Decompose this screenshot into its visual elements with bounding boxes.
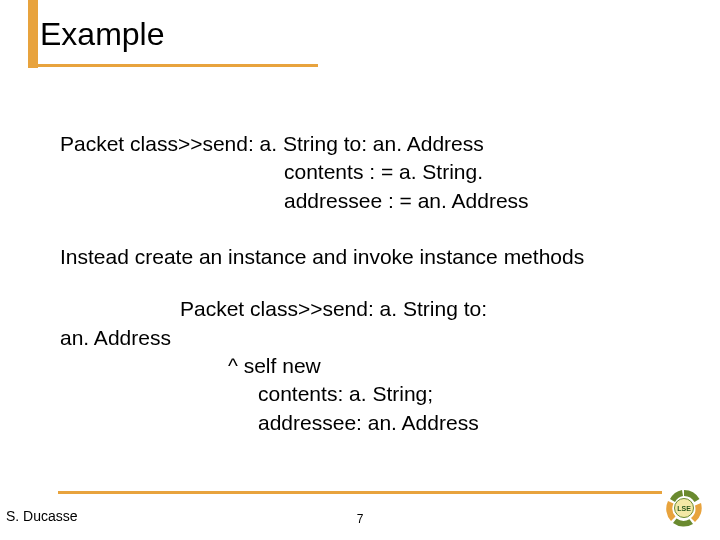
accent-bar xyxy=(28,0,38,68)
title-underline xyxy=(28,64,318,67)
code-line: an. Address xyxy=(60,324,680,352)
title-wrap: Example xyxy=(40,16,165,61)
code-block-1: Packet class>>send: a. String to: an. Ad… xyxy=(60,130,680,215)
paragraph: Instead create an instance and invoke in… xyxy=(60,243,680,271)
code-block-2: Packet class>>send: a. String to: an. Ad… xyxy=(60,295,680,437)
footer-rule xyxy=(58,491,662,494)
code-line: Packet class>>send: a. String to: an. Ad… xyxy=(60,130,680,158)
code-line: Packet class>>send: a. String to: xyxy=(60,295,680,323)
code-line: contents : = a. String. xyxy=(60,158,680,186)
code-line: ^ self new xyxy=(60,352,680,380)
footer-author: S. Ducasse xyxy=(6,508,78,524)
slide-body: Packet class>>send: a. String to: an. Ad… xyxy=(60,130,680,437)
slide-title: Example xyxy=(40,16,165,61)
page-number: 7 xyxy=(357,512,364,526)
code-line: addressee: an. Address xyxy=(60,409,680,437)
code-line: contents: a. String; xyxy=(60,380,680,408)
svg-text:LSE: LSE xyxy=(677,505,691,512)
code-line: addressee : = an. Address xyxy=(60,187,680,215)
lse-logo-icon: LSE xyxy=(662,486,706,530)
